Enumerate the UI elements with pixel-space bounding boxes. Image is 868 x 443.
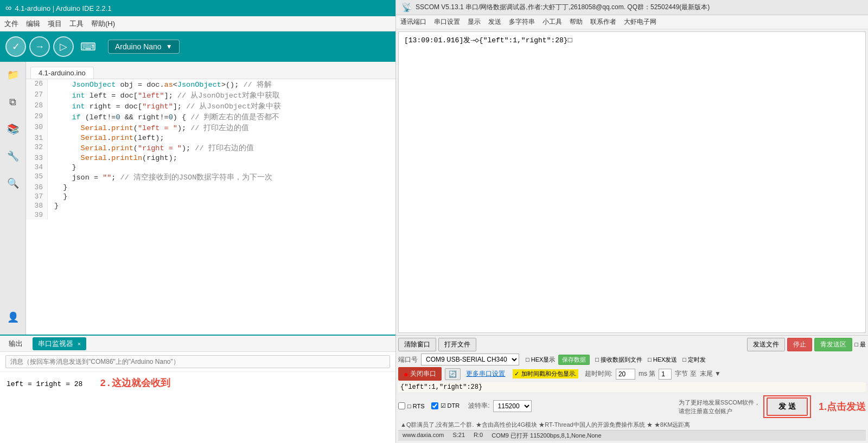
sscom-menu-display[interactable]: 显示: [468, 17, 481, 27]
upload-button[interactable]: →: [29, 36, 50, 57]
code-line-30: 30 Serial.print("left = "); // 打印左边的值: [26, 123, 395, 133]
port-select[interactable]: COM9 USB-SERIAL CH340: [421, 354, 519, 365]
serial-monitor-close[interactable]: ×: [78, 341, 81, 347]
board-name: Arduino Nano: [115, 42, 162, 51]
arduino-toolbar: ✓ → ▷ ⌨ Arduino Nano ▼: [0, 31, 395, 62]
menu-project[interactable]: 项目: [48, 19, 62, 29]
sscom-title-bar: 📡 SSCOM V5.13.1 串口/网络数据调试器,作者:大虾丁丁,26180…: [396, 0, 868, 15]
sscom-menu-port[interactable]: 通讯端口: [400, 17, 426, 27]
more-ports-label[interactable]: 更多串口设置: [466, 369, 505, 378]
serial-output-text: left = 1right = 28: [7, 380, 82, 388]
sscom-port-row: 端口号 COM9 USB-SERIAL CH340 □ HEX显示 保存数据 □…: [398, 354, 866, 365]
timeout-input[interactable]: [616, 369, 635, 380]
menu-tools[interactable]: 工具: [69, 19, 84, 29]
menu-edit[interactable]: 编辑: [26, 19, 40, 29]
board-selector[interactable]: Arduino Nano ▼: [108, 40, 180, 54]
clear-window-button[interactable]: 清除窗口: [398, 338, 436, 351]
serial-input-area: [0, 352, 395, 372]
byte-num-input[interactable]: [659, 369, 672, 380]
sidebar-search-icon[interactable]: 🔍: [4, 175, 22, 192]
serial-output: left = 1right = 28 2.这边就会收到: [0, 372, 395, 443]
sidebar-user-icon[interactable]: 👤: [4, 309, 22, 326]
timestamp-label: ✓ 加时间戳和分包显示.: [513, 369, 578, 378]
status-url: www.daxia.com: [403, 432, 444, 440]
sscom-menu-website[interactable]: 大虾电子网: [624, 17, 656, 27]
annotation-received: 2.这边就会收到: [100, 378, 170, 389]
sscom-log-area: ▲Q群满员了,没有第二个群. ★含由高性价比4G模块 ★RT-Thread中国人…: [398, 420, 866, 430]
send-input-display: {"left":1,"right":28}: [400, 383, 482, 391]
debug-button[interactable]: ▷: [53, 36, 74, 57]
verify-button[interactable]: ✓: [5, 36, 26, 57]
status-port-info: COM9 已打开 115200bps,8,1,None,None: [492, 432, 601, 440]
menu-file[interactable]: 文件: [4, 19, 18, 29]
sscom-menu-multistring[interactable]: 多字符串: [509, 17, 535, 27]
sidebar-book-icon[interactable]: 📚: [4, 120, 22, 138]
code-line-39: 39: [26, 210, 395, 220]
sidebar-debug-icon[interactable]: 🔧: [4, 147, 22, 165]
board-dropdown-arrow: ▼: [166, 43, 173, 50]
code-line-38: 38 }: [26, 201, 395, 210]
sscom-menu-tools[interactable]: 小工具: [542, 17, 562, 27]
code-line-34: 34 }: [26, 163, 395, 172]
dtr-checkbox[interactable]: [431, 402, 438, 409]
stop-button[interactable]: 停止: [787, 338, 812, 351]
baud-rate-select[interactable]: 115200 9600 57600: [493, 400, 532, 412]
open-file-button[interactable]: 打开文件: [438, 338, 476, 351]
send-button-wrapper: 发 送: [763, 395, 811, 418]
send-button[interactable]: 发 送: [767, 397, 808, 416]
dtr-label: ☑ DTR: [431, 402, 460, 409]
code-line-27: 27 int left = doc["left"]; // 从JsonObjec…: [26, 90, 395, 101]
status-r: R:0: [474, 432, 483, 440]
sscom-baud-row: □ RTS ☑ DTR 波特率: 115200 9600 57600 为了更好地…: [398, 394, 866, 418]
rts-label: □ RTS: [398, 402, 425, 409]
close-port-button[interactable]: ● 关闭串口: [398, 367, 442, 381]
code-line-35: 35 json = ""; // 清空接收到的JSON数据字符串，为下一次: [26, 172, 395, 183]
timeout-label: 超时时间:: [585, 369, 612, 378]
sscom-controls: 清除窗口 打开文件 发送文件 停止 青发送区 □ 最 端口号 COM9 USB-…: [396, 335, 868, 443]
baud-rate-label: 波特率:: [468, 401, 489, 410]
sidebar-copy-icon[interactable]: ⧉: [4, 93, 22, 111]
clear-send-area-button[interactable]: 青发送区: [814, 338, 852, 351]
sscom-menu-contact[interactable]: 联系作者: [590, 17, 616, 27]
send-file-button[interactable]: 发送文件: [747, 338, 785, 351]
recv-to-file-label: □ 接收数据到文件: [595, 356, 642, 364]
code-line-31: 31 Serial.print(left);: [26, 133, 395, 143]
sscom-top-btn-row: 清除窗口 打开文件 发送文件 停止 青发送区 □ 最: [398, 338, 866, 351]
promo-text: 为了更好地发展SSCOM软件， 请您注册嘉立创账户: [679, 396, 760, 418]
file-tab[interactable]: 4.1-arduino.ino: [30, 67, 94, 79]
code-editor[interactable]: 26 JsonObject obj = doc.as<JsonObject>()…: [26, 79, 395, 335]
arduino-menu-bar: 文件 编辑 项目 工具 帮助(H): [0, 16, 395, 31]
end-label: 末尾 ▼: [700, 369, 721, 378]
rts-checkbox[interactable]: [398, 402, 405, 409]
annotation-send: 1.点击发送: [819, 400, 866, 413]
tab-serial-monitor[interactable]: 串口监视器 ×: [33, 337, 86, 350]
arduino-title-icon: ∞: [5, 3, 11, 13]
last-label: □ 最: [854, 341, 866, 349]
sscom-menu-bar: 通讯端口 串口设置 显示 发送 多字符串 小工具 帮助 联系作者 大虾电子网: [396, 15, 868, 29]
code-line-29: 29 if (left!=0 && right!=0) { // 判断左右的值是…: [26, 112, 395, 123]
menu-help[interactable]: 帮助(H): [91, 19, 115, 29]
editor-area: 4.1-arduino.ino 26 JsonObject obj = doc.…: [26, 62, 395, 335]
sscom-title-text: SSCOM V5.13.1 串口/网络数据调试器,作者:大虾丁丁,2618058…: [416, 3, 710, 12]
sscom-menu-help[interactable]: 帮助: [570, 17, 583, 27]
arduino-title-text: 4.1-arduino | Arduino IDE 2.2.1: [15, 4, 111, 12]
code-line-26: 26 JsonObject obj = doc.as<JsonObject>()…: [26, 79, 395, 90]
sscom-close-row: ● 关闭串口 🔄 更多串口设置 ✓ 加时间戳和分包显示. 超时时间: ms 第 …: [398, 367, 866, 381]
sscom-received-text: [13:09:01.916]发→◇{"left":1,"right":28}□: [404, 35, 860, 45]
code-line-36: 36 }: [26, 183, 395, 192]
sscom-send-input-row: {"left":1,"right":28}: [398, 382, 866, 392]
tab-output[interactable]: 输出: [3, 337, 28, 350]
sscom-status-bar: www.daxia.com S:21 R:0 COM9 已打开 115200bp…: [398, 430, 866, 441]
serial-message-input[interactable]: [5, 355, 390, 368]
refresh-button[interactable]: 🔄: [445, 368, 461, 380]
sscom-menu-serial-settings[interactable]: 串口设置: [434, 17, 460, 27]
sscom-receive-area: [13:09:01.916]发→◇{"left":1,"right":28}□: [398, 31, 866, 333]
sidebar-folder-icon[interactable]: 📁: [4, 66, 22, 84]
port-label: 端口号: [398, 355, 418, 364]
hex-send-label: □ HEX发送: [648, 356, 677, 364]
timed-send-label: □ 定时发: [682, 356, 706, 364]
code-line-28: 28 int right = doc["right"]; // 从JsonObj…: [26, 101, 395, 112]
byte-label: 字节 至: [675, 369, 696, 378]
save-data-button[interactable]: 保存数据: [558, 355, 590, 365]
sscom-menu-send[interactable]: 发送: [488, 17, 501, 27]
